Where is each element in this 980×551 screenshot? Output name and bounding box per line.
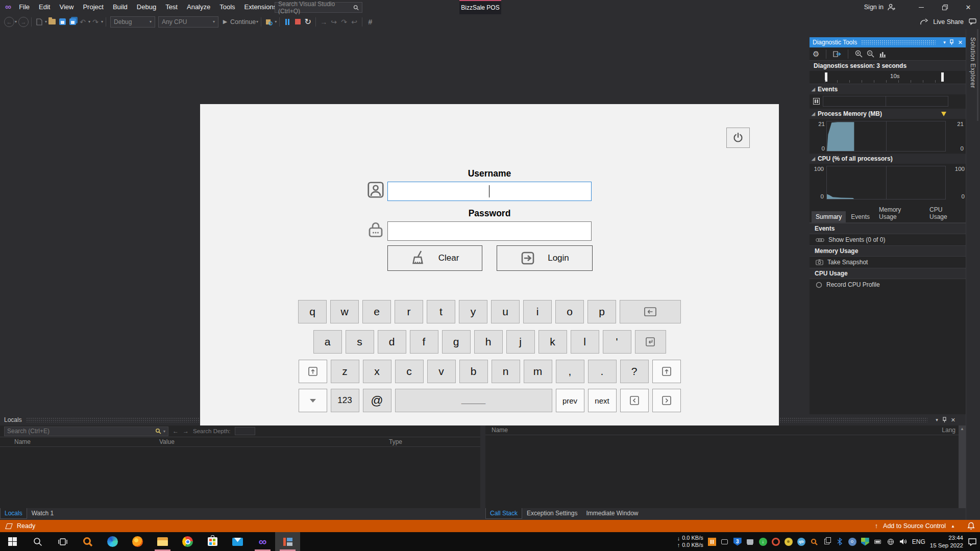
- key-i[interactable]: i: [523, 300, 552, 323]
- zoom-out-icon[interactable]: [867, 50, 874, 58]
- bell-icon[interactable]: [967, 522, 975, 530]
- memory-section-header[interactable]: ◢ Process Memory (MB): [810, 109, 966, 119]
- tab-summary[interactable]: Summary: [812, 211, 846, 222]
- key-k[interactable]: k: [538, 330, 567, 354]
- taskbar-clock[interactable]: 23:44 15 Sep 2022: [930, 534, 963, 549]
- solution-platform-dropdown[interactable]: Any CPU ▾: [158, 16, 218, 28]
- password-input[interactable]: [387, 221, 592, 241]
- running-app-tab[interactable]: BizzSale POS: [459, 0, 501, 14]
- solution-configuration-dropdown[interactable]: Debug ▾: [110, 16, 155, 28]
- locals-search-input[interactable]: Search (Ctrl+E) ▾: [4, 427, 168, 436]
- cpu-section-header[interactable]: ◢ CPU (% of all processors): [810, 154, 966, 164]
- close-icon[interactable]: ✕: [951, 417, 955, 423]
- tray-shield-badge-icon[interactable]: 3: [733, 538, 742, 546]
- continue-button[interactable]: ▶: [220, 16, 230, 28]
- sign-in-button[interactable]: Sign in: [864, 4, 895, 11]
- menu-edit[interactable]: Edit: [34, 0, 55, 14]
- key-shift-left[interactable]: [299, 360, 327, 383]
- username-input[interactable]: [387, 182, 592, 201]
- open-folder-button[interactable]: [47, 16, 57, 28]
- tab-memory-usage[interactable]: Memory Usage: [875, 204, 924, 222]
- menu-test[interactable]: Test: [161, 0, 182, 14]
- code-map-button[interactable]: #: [365, 16, 375, 28]
- solution-explorer-vertical-tab[interactable]: Solution Explorer: [969, 37, 976, 88]
- step-into-button[interactable]: ↪: [329, 16, 339, 28]
- minimize-button[interactable]: [910, 0, 933, 14]
- stop-debugging-button[interactable]: [292, 16, 303, 28]
- save-button[interactable]: [57, 16, 67, 28]
- key-r[interactable]: r: [395, 300, 423, 323]
- key-p[interactable]: p: [587, 300, 616, 323]
- tab-events[interactable]: Events: [847, 211, 874, 222]
- key-j[interactable]: j: [506, 330, 535, 354]
- scrollbar[interactable]: [977, 29, 978, 121]
- taskbar-app-visual-studio[interactable]: ∞: [250, 532, 275, 551]
- key-e[interactable]: e: [362, 300, 391, 323]
- key-y[interactable]: y: [459, 300, 487, 323]
- power-button[interactable]: [726, 128, 750, 148]
- window-position-dropdown[interactable]: ▾: [936, 417, 938, 422]
- task-view-button[interactable]: [50, 532, 75, 551]
- key-l[interactable]: l: [571, 330, 599, 354]
- process-dropdown[interactable]: ▾: [275, 19, 277, 24]
- restore-button[interactable]: [933, 0, 957, 14]
- key-z[interactable]: z: [331, 360, 359, 383]
- key-u[interactable]: u: [491, 300, 520, 323]
- key-question[interactable]: ?: [620, 360, 649, 383]
- key-at[interactable]: @: [363, 389, 391, 412]
- tab-call-stack[interactable]: Call Stack: [485, 508, 522, 519]
- tray-monitor-icon[interactable]: [746, 538, 754, 546]
- key-c[interactable]: c: [395, 360, 424, 383]
- restart-button[interactable]: ↻: [303, 16, 313, 28]
- key-v[interactable]: v: [427, 360, 456, 383]
- new-file-button[interactable]: [34, 16, 44, 28]
- diagnostics-timeline-ruler[interactable]: 10s: [810, 71, 966, 84]
- key-numbers[interactable]: 123: [331, 389, 359, 412]
- tray-browser-ring-icon[interactable]: [772, 538, 780, 546]
- step-out-button[interactable]: ↩: [349, 16, 359, 28]
- navigate-forward-button[interactable]: →: [18, 17, 29, 27]
- key-g[interactable]: g: [442, 330, 471, 354]
- taskbar-search-button[interactable]: [25, 532, 50, 551]
- reset-view-chart-icon[interactable]: [878, 51, 886, 58]
- export-icon[interactable]: [833, 51, 841, 58]
- key-backspace[interactable]: [620, 300, 681, 323]
- close-icon[interactable]: ✕: [958, 39, 963, 46]
- record-cpu-profile-link[interactable]: Record CPU Profile: [810, 279, 966, 290]
- taskbar-app-bizzsale-pos[interactable]: [275, 532, 300, 551]
- events-section-header[interactable]: ◢ Events: [810, 84, 966, 94]
- pin-icon[interactable]: [949, 39, 954, 45]
- menu-build[interactable]: Build: [108, 0, 132, 14]
- key-a[interactable]: a: [313, 330, 342, 354]
- net-speed-monitor[interactable]: ↓ ↑ 0.0 KB/s 0.0 KB/s: [677, 535, 703, 549]
- key-period[interactable]: .: [588, 360, 617, 383]
- key-m[interactable]: m: [524, 360, 552, 383]
- tray-pause-icon[interactable]: [708, 538, 716, 546]
- tab-locals[interactable]: Locals: [0, 508, 27, 519]
- key-enter[interactable]: [635, 330, 666, 354]
- key-t[interactable]: t: [427, 300, 455, 323]
- taskbar-app-firefox[interactable]: [125, 532, 150, 551]
- key-h[interactable]: h: [474, 330, 503, 354]
- settings-gear-icon[interactable]: ⚙: [813, 49, 819, 59]
- key-comma[interactable]: ,: [556, 360, 584, 383]
- key-b[interactable]: b: [459, 360, 488, 383]
- back-dropdown[interactable]: ▾: [15, 19, 17, 24]
- close-button[interactable]: ✕: [957, 0, 980, 14]
- menu-file[interactable]: File: [14, 0, 34, 14]
- redo-button[interactable]: ↷: [90, 16, 101, 28]
- save-all-button[interactable]: [67, 16, 78, 28]
- break-all-button[interactable]: [282, 16, 292, 28]
- tray-snip-icon[interactable]: [721, 538, 729, 546]
- tab-immediate-window[interactable]: Immediate Window: [582, 508, 642, 518]
- key-prev[interactable]: prev: [556, 389, 584, 412]
- key-next[interactable]: next: [588, 389, 617, 412]
- step-over-button[interactable]: ↷: [339, 16, 349, 28]
- caret-up-icon[interactable]: ▲: [951, 524, 955, 529]
- tray-disc-icon[interactable]: [785, 538, 793, 546]
- tray-volume-icon[interactable]: [899, 538, 908, 546]
- add-to-source-control-button[interactable]: Add to Source Control: [883, 522, 946, 530]
- taskbar-app-edge[interactable]: [100, 532, 125, 551]
- breakpoint-window-button[interactable]: [264, 16, 274, 28]
- key-o[interactable]: o: [555, 300, 584, 323]
